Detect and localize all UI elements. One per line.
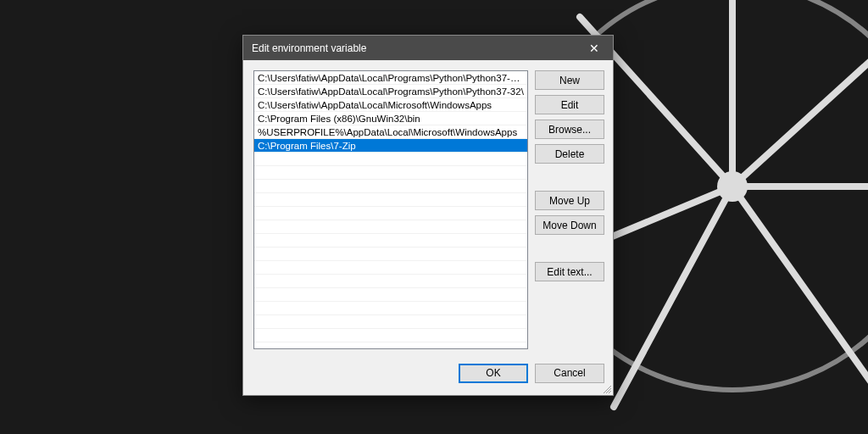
svg-line-4 — [614, 186, 732, 407]
dialog-content: C:\Users\fatiw\AppData\Local\Programs\Py… — [243, 60, 613, 358]
delete-button[interactable]: Delete — [535, 144, 604, 164]
path-list-item[interactable]: C:\Users\fatiw\AppData\Local\Programs\Py… — [254, 71, 527, 85]
path-list-item[interactable]: C:\Program Files (x86)\GnuWin32\bin — [254, 112, 527, 125]
resize-grip[interactable] — [601, 383, 611, 393]
cancel-button[interactable]: Cancel — [535, 364, 604, 383]
button-column: New Edit Browse... Delete Move Up Move D… — [535, 70, 604, 349]
path-list-item[interactable]: C:\Users\fatiw\AppData\Local\Microsoft\W… — [254, 98, 527, 112]
ok-button[interactable]: OK — [459, 364, 528, 383]
path-list-item[interactable]: C:\Program Files\7-Zip — [254, 139, 527, 153]
path-list-empty-row: . — [254, 275, 527, 288]
path-list-empty-row: . — [254, 207, 527, 220]
svg-line-3 — [732, 186, 868, 390]
path-list-empty-row: . — [254, 193, 527, 207]
close-button[interactable]: ✕ — [575, 36, 613, 60]
path-list-empty-row: . — [254, 261, 527, 275]
path-list-item[interactable]: %USERPROFILE%\AppData\Local\Microsoft\Wi… — [254, 125, 527, 139]
svg-point-8 — [717, 171, 748, 202]
path-list-empty-row: . — [254, 315, 527, 329]
path-list-empty-row: . — [254, 166, 527, 180]
path-list-empty-row: . — [254, 329, 527, 342]
edit-button[interactable]: Edit — [535, 95, 604, 114]
window-title: Edit environment variable — [252, 42, 366, 54]
path-list-empty-row: . — [254, 153, 527, 166]
path-listbox[interactable]: C:\Users\fatiw\AppData\Local\Programs\Py… — [253, 70, 528, 349]
path-list-item[interactable]: C:\Users\fatiw\AppData\Local\Programs\Py… — [254, 85, 527, 98]
close-icon: ✕ — [589, 42, 599, 55]
path-list-empty-row: . — [254, 234, 527, 248]
edit-env-var-dialog: Edit environment variable ✕ C:\Users\fat… — [242, 35, 614, 396]
path-list-empty-row: . — [254, 302, 527, 315]
browse-button[interactable]: Browse... — [535, 120, 604, 139]
edit-text-button[interactable]: Edit text... — [535, 262, 604, 281]
path-list-empty-row: . — [254, 248, 527, 261]
move-up-button[interactable]: Move Up — [535, 191, 604, 210]
titlebar[interactable]: Edit environment variable ✕ — [243, 36, 613, 60]
dialog-footer: OK Cancel — [243, 358, 613, 395]
svg-line-1 — [732, 17, 868, 186]
path-list-empty-row: . — [254, 288, 527, 302]
new-button[interactable]: New — [535, 70, 604, 90]
path-list-empty-row: . — [254, 220, 527, 234]
move-down-button[interactable]: Move Down — [535, 215, 604, 235]
path-list-empty-row: . — [254, 180, 527, 193]
